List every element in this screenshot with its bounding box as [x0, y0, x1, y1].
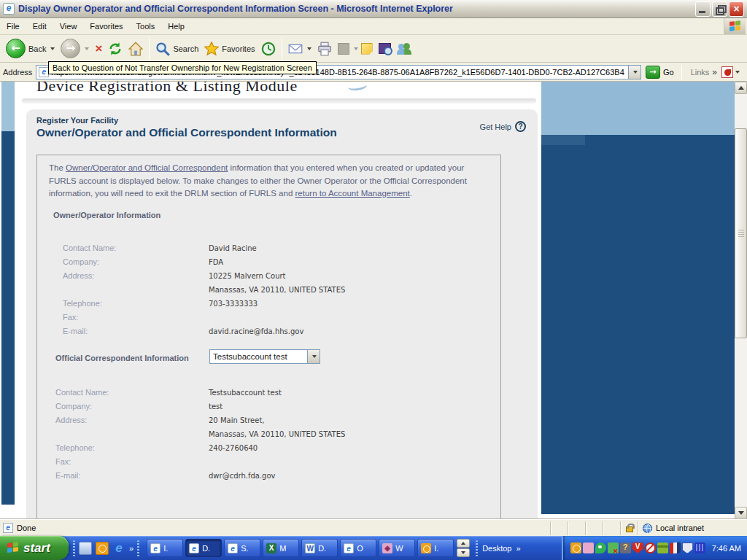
task-button[interactable]: eO [340, 539, 376, 557]
tray-security-shield-icon[interactable] [682, 542, 693, 553]
quick-launch-chevron-icon[interactable]: » [129, 544, 133, 553]
word-task-icon: W [305, 543, 315, 553]
menu-favorites[interactable]: Favorites [83, 20, 129, 33]
lock-icon [626, 526, 633, 532]
menu-edit[interactable]: Edit [26, 20, 53, 33]
pdf-dropdown-icon[interactable] [735, 71, 740, 74]
tray-print-spooler-icon[interactable] [583, 542, 594, 553]
task-label: D. [318, 544, 326, 553]
correspondent-select-value: Testsubaccount test [210, 352, 307, 361]
field-row: Manassas, VA 20110, UNITED STATES [55, 427, 345, 441]
task-button-active[interactable]: eD. [185, 539, 222, 557]
history-button[interactable] [258, 40, 279, 58]
quick-launch-ie-icon[interactable]: e [112, 542, 125, 555]
menu-view[interactable]: View [53, 20, 84, 33]
tray-clock-time[interactable]: 7:46 AM [712, 544, 741, 553]
task-label: W [395, 544, 403, 553]
tray-antivirus-shield-icon[interactable] [632, 542, 643, 553]
tray-network-icon[interactable] [694, 542, 705, 553]
taskbar-scroll-up[interactable] [457, 539, 470, 548]
status-pane: e Done [0, 523, 550, 533]
toolbar-handle[interactable] [476, 540, 478, 556]
standard-toolbar: ← Back → × [0, 35, 747, 63]
tray-messenger-icon[interactable] [595, 542, 606, 553]
quick-launch-clock-icon[interactable] [96, 542, 109, 555]
forward-dropdown-icon [85, 47, 89, 50]
notes-icon [361, 43, 373, 55]
start-button[interactable]: start [0, 536, 69, 560]
go-button[interactable]: → Go [646, 66, 674, 79]
task-button[interactable]: WD. [301, 539, 338, 557]
scroll-up-button[interactable] [735, 82, 747, 94]
discuss-button[interactable] [358, 42, 376, 56]
status-bar: e Done Local intranet [0, 519, 747, 536]
stop-button[interactable]: × [92, 40, 105, 58]
links-label[interactable]: Links [691, 68, 710, 77]
field-value: dwr@cdrh.fda.gov [209, 472, 276, 480]
toolbar-handle[interactable] [137, 540, 139, 556]
task-button[interactable]: I. [417, 539, 454, 557]
field-label: Contact Name: [63, 241, 209, 255]
forward-button[interactable]: → [58, 37, 92, 60]
windows-flag-icon [7, 542, 19, 554]
favorites-button[interactable]: Favorites [201, 40, 258, 58]
scrollbar-thumb[interactable] [735, 128, 747, 338]
task-button[interactable]: ◆W [379, 539, 415, 557]
field-row: Company:test [55, 400, 345, 413]
back-button-tooltip: Back to Question of Not Transfer Ownersh… [48, 61, 317, 74]
mail-dropdown-icon[interactable] [307, 47, 311, 50]
close-button[interactable]: × [729, 1, 744, 17]
field-label: E-mail: [63, 324, 209, 338]
links-chevron-icon[interactable]: » [712, 67, 717, 77]
tray-updates-package-icon[interactable] [657, 542, 668, 553]
back-dropdown-icon[interactable] [50, 47, 55, 50]
desktop-label[interactable]: Desktop [482, 544, 511, 553]
edit-dropdown-icon [354, 47, 358, 50]
messenger-button[interactable] [394, 42, 414, 56]
back-button[interactable]: ← Back [3, 37, 58, 60]
account-management-link[interactable]: return to Account Management [295, 189, 410, 198]
restore-button[interactable] [712, 1, 727, 17]
research-button[interactable] [376, 42, 394, 55]
tray-clock-icon[interactable] [570, 542, 581, 553]
owner-operator-link[interactable]: Owner/Operator and Official Corresponden… [66, 163, 228, 172]
search-button[interactable]: Search [152, 40, 201, 58]
field-value: Manassas, VA 20110, UNITED STATES [209, 286, 345, 294]
owner-section-heading: Owner/Operator Information [53, 211, 160, 219]
field-label: Telephone: [55, 441, 209, 455]
address-dropdown-button[interactable] [628, 66, 640, 79]
header-divider [22, 98, 536, 104]
get-help-link[interactable]: Get Help ? [480, 121, 526, 132]
correspondent-select[interactable]: Testsubaccount test [209, 349, 320, 364]
status-empty-pane [568, 521, 585, 535]
ie-task-icon: e [189, 543, 199, 553]
taskbar: start e » eI. eD. eS. XM WD. eO ◆W I. De… [0, 536, 747, 560]
address-separator [681, 65, 682, 79]
menu-tools[interactable]: Tools [130, 20, 162, 33]
print-button[interactable] [314, 40, 335, 58]
correspondent-fields: Contact Name:Testsubaccount test Company… [55, 386, 345, 483]
tray-status-offline-icon[interactable] [608, 542, 619, 553]
task-button[interactable]: eI. [147, 539, 183, 557]
menu-file[interactable]: File [0, 20, 26, 33]
task-button[interactable]: XM [263, 539, 299, 557]
tray-blocked-icon[interactable] [645, 542, 656, 553]
select-dropdown-button[interactable] [307, 350, 320, 363]
desktop-chevron-icon[interactable]: » [516, 544, 520, 553]
scroll-down-button[interactable] [735, 507, 747, 519]
task-label: M [279, 544, 286, 553]
intranet-globe-icon [643, 524, 652, 533]
refresh-button[interactable] [105, 40, 125, 58]
tray-language-flag-icon[interactable] [670, 542, 681, 554]
home-button[interactable] [125, 40, 146, 58]
vertical-scrollbar[interactable] [735, 82, 747, 519]
show-desktop-icon[interactable] [79, 542, 92, 555]
task-button[interactable]: eS. [224, 539, 260, 557]
menu-help[interactable]: Help [161, 20, 191, 33]
minimize-button[interactable] [695, 1, 711, 17]
tray-help-key-icon[interactable] [620, 542, 631, 553]
toolbar-handle[interactable] [73, 540, 75, 556]
adobe-pdf-icon[interactable] [721, 66, 733, 78]
mail-button[interactable] [285, 40, 314, 58]
taskbar-scroll-down[interactable] [457, 548, 470, 557]
